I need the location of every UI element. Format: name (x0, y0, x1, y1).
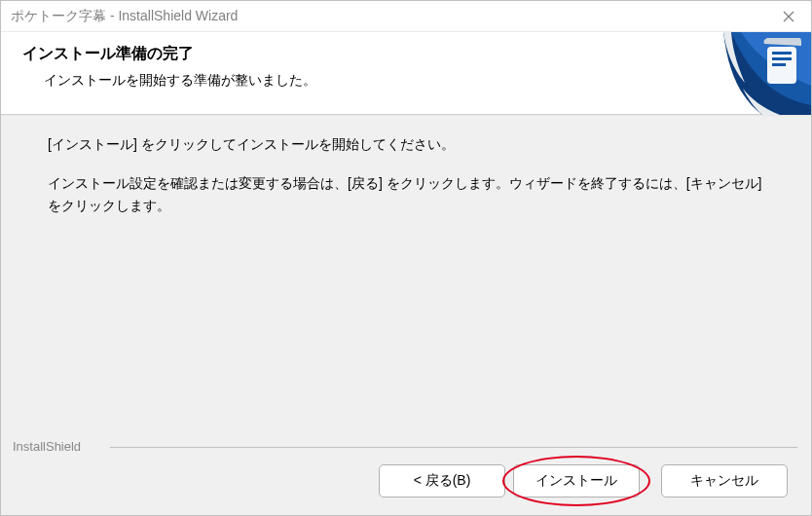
wizard-footer: InstallShield < 戻る(B) インストール キャンセル (1, 439, 811, 515)
svg-rect-4 (772, 57, 792, 60)
svg-rect-3 (772, 52, 792, 55)
wizard-content: [インストール] をクリックしてインストールを開始してください。 インストール設… (1, 115, 811, 439)
install-button-wrap: インストール (513, 464, 640, 498)
installshield-logo-icon (694, 32, 811, 115)
instruction-line-1: [インストール] をクリックしてインストールを開始してください。 (48, 133, 764, 155)
window-title: ポケトーク字幕 - InstallShield Wizard (11, 8, 238, 25)
button-row: < 戻る(B) インストール キャンセル (379, 464, 788, 498)
header-subtitle: インストールを開始する準備が整いました。 (22, 72, 790, 90)
svg-rect-5 (772, 63, 786, 66)
header-graphic (694, 32, 811, 115)
installer-window: ポケトーク字幕 - InstallShield Wizard インストール準備の… (0, 0, 812, 516)
instruction-line-2: インストール設定を確認または変更する場合は、[戻る] をクリックします。ウィザー… (48, 172, 764, 216)
close-button[interactable] (766, 1, 811, 32)
back-button[interactable]: < 戻る(B) (379, 464, 505, 498)
titlebar: ポケトーク字幕 - InstallShield Wizard (1, 1, 811, 32)
cancel-button[interactable]: キャンセル (661, 464, 788, 498)
wizard-header: インストール準備の完了 インストールを開始する準備が整いました。 (1, 32, 811, 115)
installshield-brand: InstallShield (13, 439, 81, 454)
install-button[interactable]: インストール (513, 464, 640, 498)
footer-separator (110, 447, 797, 448)
header-title: インストール準備の完了 (22, 44, 790, 64)
close-icon (783, 11, 794, 22)
